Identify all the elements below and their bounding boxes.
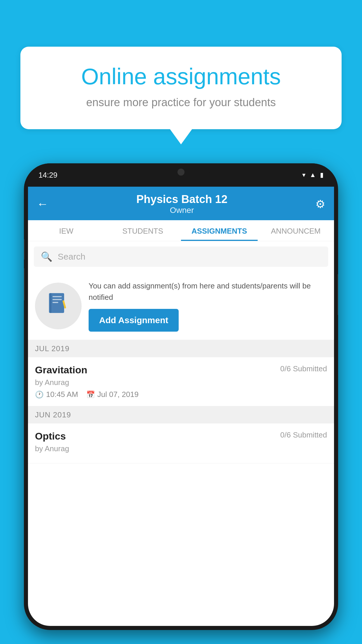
header-center: Physics Batch 12 Owner xyxy=(48,193,315,215)
assignment-submitted-gravitation: 0/6 Submitted xyxy=(280,364,327,373)
assignment-name-gravitation: Gravitation xyxy=(35,364,87,376)
header-title: Physics Batch 12 xyxy=(48,193,315,206)
add-assignment-button[interactable]: Add Assignment xyxy=(89,309,179,332)
svg-rect-4 xyxy=(52,302,58,303)
assignment-item-optics[interactable]: Optics 0/6 Submitted by Anurag xyxy=(28,424,334,463)
assignment-item-gravitation[interactable]: Gravitation 0/6 Submitted by Anurag 🕐 10… xyxy=(28,357,334,406)
header-subtitle: Owner xyxy=(48,206,315,215)
volume-down-button[interactable] xyxy=(24,268,24,300)
promo-card: You can add assignment(s) from here and … xyxy=(28,272,334,340)
assignment-date-gravitation: 📅 Jul 07, 2019 xyxy=(86,390,139,399)
status-bar: 14:29 ▾ ▲ ▮ xyxy=(24,163,338,187)
assignment-meta-gravitation: 🕐 10:45 AM 📅 Jul 07, 2019 xyxy=(35,390,327,399)
signal-icon: ▲ xyxy=(310,171,316,179)
clock-icon: 🕐 xyxy=(35,391,44,399)
speech-bubble-area: Online assignments ensure more practice … xyxy=(20,47,342,129)
tab-announcements[interactable]: ANNOUNCEM xyxy=(258,220,334,241)
speech-bubble-subtitle: ensure more practice for your students xyxy=(41,96,321,109)
notch xyxy=(152,163,210,181)
status-icons: ▾ ▲ ▮ xyxy=(302,171,324,179)
promo-content: You can add assignment(s) from here and … xyxy=(89,280,327,332)
svg-rect-3 xyxy=(52,299,62,300)
svg-rect-2 xyxy=(52,296,62,297)
search-placeholder: Search xyxy=(58,252,85,262)
section-header-jun: JUN 2019 xyxy=(28,406,334,424)
promo-text: You can add assignment(s) from here and … xyxy=(89,280,327,303)
search-bar-container: 🔍 Search xyxy=(28,241,334,272)
power-button[interactable] xyxy=(338,274,338,315)
status-time: 14:29 xyxy=(38,171,57,180)
calendar-icon: 📅 xyxy=(86,391,95,399)
promo-icon-circle xyxy=(35,283,82,329)
assignment-name-optics: Optics xyxy=(35,430,66,442)
tab-assignments[interactable]: ASSIGNMENTS xyxy=(181,220,258,241)
tabs-bar: IEW STUDENTS ASSIGNMENTS ANNOUNCEM xyxy=(28,220,334,241)
assignment-by-optics: by Anurag xyxy=(35,444,327,453)
search-bar[interactable]: 🔍 Search xyxy=(34,246,328,267)
volume-up-button[interactable] xyxy=(24,239,24,260)
svg-rect-1 xyxy=(50,293,51,313)
phone-frame: 14:29 ▾ ▲ ▮ ← Physics Batch 12 Owner ⚙ I… xyxy=(24,163,338,630)
app-header: ← Physics Batch 12 Owner ⚙ xyxy=(28,187,334,220)
assignment-submitted-optics: 0/6 Submitted xyxy=(280,430,327,440)
battery-icon: ▮ xyxy=(320,171,324,179)
tab-students[interactable]: STUDENTS xyxy=(105,220,181,241)
phone-screen: ← Physics Batch 12 Owner ⚙ IEW STUDENTS … xyxy=(28,187,334,626)
search-icon: 🔍 xyxy=(41,251,52,262)
notebook-icon xyxy=(47,292,70,320)
wifi-icon: ▾ xyxy=(302,171,305,179)
section-header-jul: JUL 2019 xyxy=(28,340,334,357)
assignment-top-row-optics: Optics 0/6 Submitted xyxy=(35,430,327,442)
camera xyxy=(178,169,184,176)
back-button[interactable]: ← xyxy=(37,197,48,211)
settings-button[interactable]: ⚙ xyxy=(315,198,325,211)
tab-iew[interactable]: IEW xyxy=(28,220,105,241)
assignment-top-row: Gravitation 0/6 Submitted xyxy=(35,364,327,376)
assignment-by-gravitation: by Anurag xyxy=(35,378,327,387)
assignment-time-gravitation: 🕐 10:45 AM xyxy=(35,390,78,399)
speech-bubble: Online assignments ensure more practice … xyxy=(20,47,342,129)
speech-bubble-title: Online assignments xyxy=(41,64,321,89)
